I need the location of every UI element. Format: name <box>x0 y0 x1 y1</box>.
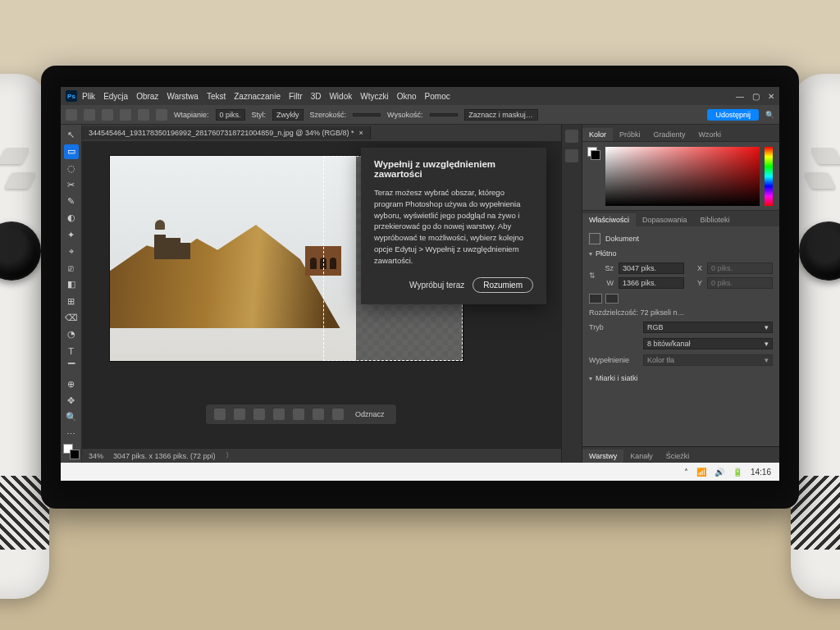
path-tool[interactable]: ▔ <box>64 361 79 375</box>
tray-chevron-icon[interactable]: ˄ <box>684 468 688 477</box>
marquee-tool[interactable]: ▭ <box>64 144 79 158</box>
canvas-section-header[interactable]: Płótno <box>589 249 773 258</box>
clock[interactable]: 14:16 <box>751 468 771 477</box>
left-shoulder-button-a[interactable] <box>0 148 30 164</box>
height-input[interactable] <box>430 113 458 116</box>
panel-color-swatches[interactable] <box>587 147 600 160</box>
tab-sciezki[interactable]: Ścieżki <box>660 450 696 463</box>
search-icon[interactable]: 🔍 <box>765 111 774 119</box>
tab-wlasciwosci[interactable]: Właściwości <box>582 213 636 226</box>
menu-tekst[interactable]: Tekst <box>207 92 226 101</box>
volume-icon[interactable]: 🔊 <box>714 468 724 477</box>
menu-okno[interactable]: Okno <box>397 92 417 101</box>
orientation-landscape[interactable] <box>605 294 619 304</box>
brush-tool[interactable]: ⌖ <box>64 244 79 258</box>
shape-tool[interactable]: ⊕ <box>64 377 79 391</box>
main-menu[interactable]: Plik Edycja Obraz Warstwa Tekst Zaznacza… <box>82 92 450 101</box>
orientation-buttons[interactable] <box>589 294 773 304</box>
deselect-button[interactable]: Odznacz <box>352 410 388 418</box>
tab-biblioteki[interactable]: Biblioteki <box>694 213 737 226</box>
menu-warstwa[interactable]: Warstwa <box>167 92 199 101</box>
tab-wzorki[interactable]: Wzorki <box>692 128 728 141</box>
selection-mode-intersect-icon[interactable] <box>156 109 167 121</box>
bit-depth-select[interactable]: 8 bitów/kanał▾ <box>643 338 773 349</box>
menu-pomoc[interactable]: Pomoc <box>425 92 450 101</box>
crop-tool[interactable]: ✂ <box>64 178 79 192</box>
os-taskbar[interactable]: ˄ 📶 🔊 🔋 14:16 <box>61 463 779 481</box>
tool-preset-icon[interactable] <box>84 109 95 121</box>
tooltip-try-link[interactable]: Wypróbuj teraz <box>409 281 464 290</box>
tab-probki[interactable]: Próbki <box>613 128 647 141</box>
dodge-tool[interactable]: ◔ <box>64 327 79 341</box>
color-mode-select[interactable]: RGB▾ <box>643 322 773 333</box>
tab-dopasowania[interactable]: Dopasowania <box>636 213 694 226</box>
menu-filtr[interactable]: Filtr <box>289 92 303 101</box>
move-tool[interactable]: ↖ <box>64 128 79 142</box>
canvas-viewport[interactable]: Odznacz Wypełnij z uwzględnieniem zawart… <box>82 141 561 448</box>
selection-mode-subtract-icon[interactable] <box>138 109 149 121</box>
menu-widok[interactable]: Widok <box>329 92 352 101</box>
minimize-icon[interactable]: — <box>736 92 744 101</box>
zoom-tool[interactable]: 🔍 <box>64 410 79 424</box>
ctx-adjust-icon[interactable] <box>293 409 304 420</box>
ctx-more-icon[interactable] <box>332 409 344 420</box>
width-input[interactable] <box>353 113 381 116</box>
fill-select[interactable]: Kolor tła▾ <box>643 354 773 366</box>
ctx-mask-icon[interactable] <box>273 409 285 420</box>
orientation-portrait[interactable] <box>589 294 602 304</box>
ctx-fill-icon[interactable] <box>313 409 324 420</box>
more-tools[interactable]: ⋯ <box>64 427 79 441</box>
menu-zaznaczanie[interactable]: Zaznaczanie <box>234 92 281 101</box>
hand-tool[interactable]: ✥ <box>64 394 79 408</box>
rulers-section-header[interactable]: Miarki i siatki <box>589 374 773 382</box>
tab-gradienty[interactable]: Gradienty <box>647 128 692 141</box>
document-tab[interactable]: 344545464_193178350196992_28176073187210… <box>82 126 371 139</box>
selection-mode-add-icon[interactable] <box>120 109 131 121</box>
type-tool[interactable]: T <box>64 344 79 358</box>
select-and-mask-button[interactable]: Zaznacz i maskuj… <box>464 109 538 121</box>
battery-icon[interactable]: 🔋 <box>733 468 742 477</box>
color-field[interactable] <box>605 147 760 206</box>
menu-wtyczki[interactable]: Wtyczki <box>360 92 388 101</box>
menu-plik[interactable]: Plik <box>82 92 95 101</box>
ctx-generative-fill-icon[interactable] <box>214 409 226 420</box>
left-shoulder-button-b[interactable] <box>4 172 36 189</box>
gradient-tool[interactable]: ⊞ <box>64 294 79 308</box>
zoom-level[interactable]: 34% <box>89 452 103 460</box>
wifi-icon[interactable]: 📶 <box>696 468 706 477</box>
home-icon[interactable] <box>66 109 77 121</box>
eraser-tool[interactable]: ⌫ <box>64 311 79 325</box>
style-select[interactable]: Zwykły <box>272 109 304 121</box>
history-brush-tool[interactable]: ◧ <box>64 277 79 291</box>
menu-obraz[interactable]: Obraz <box>136 92 158 101</box>
tab-kanaly[interactable]: Kanały <box>623 450 660 463</box>
right-shoulder-button-b[interactable] <box>803 172 835 189</box>
feather-input[interactable]: 0 piks. <box>216 109 245 121</box>
close-icon[interactable]: ✕ <box>768 92 774 101</box>
color-swatches[interactable] <box>63 444 80 459</box>
contextual-task-bar[interactable]: Odznacz <box>205 404 397 425</box>
stamp-tool[interactable]: ⎚ <box>64 261 79 275</box>
tooltip-ok-button[interactable]: Rozumiem <box>472 277 533 293</box>
frame-tool[interactable]: ✎ <box>64 194 79 208</box>
selection-mode-new-icon[interactable] <box>102 109 113 121</box>
canvas-height-input[interactable]: 1366 piks. <box>619 277 684 289</box>
eyedropper-tool[interactable]: ◐ <box>64 211 79 225</box>
tab-kolor[interactable]: Kolor <box>582 128 613 141</box>
ctx-modify-icon[interactable] <box>234 409 245 420</box>
share-button[interactable]: Udostępnij <box>707 109 759 121</box>
collapsed-panel-icon-1[interactable] <box>565 130 578 143</box>
maximize-icon[interactable]: ▢ <box>752 92 760 101</box>
right-shoulder-button-a[interactable] <box>810 148 840 164</box>
canvas-width-input[interactable]: 3047 piks. <box>619 262 684 274</box>
hue-slider[interactable] <box>765 147 773 206</box>
collapsed-panel-icon-2[interactable] <box>565 149 578 162</box>
left-thumbstick[interactable] <box>0 221 41 281</box>
color-panel[interactable] <box>582 141 779 210</box>
tab-warstwy[interactable]: Warstwy <box>582 450 623 463</box>
menu-3d[interactable]: 3D <box>311 92 322 101</box>
menu-edycja[interactable]: Edycja <box>103 92 128 101</box>
lasso-tool[interactable]: ◌ <box>64 162 79 176</box>
right-thumbstick[interactable] <box>799 221 840 281</box>
tab-close-icon[interactable]: × <box>358 129 363 137</box>
